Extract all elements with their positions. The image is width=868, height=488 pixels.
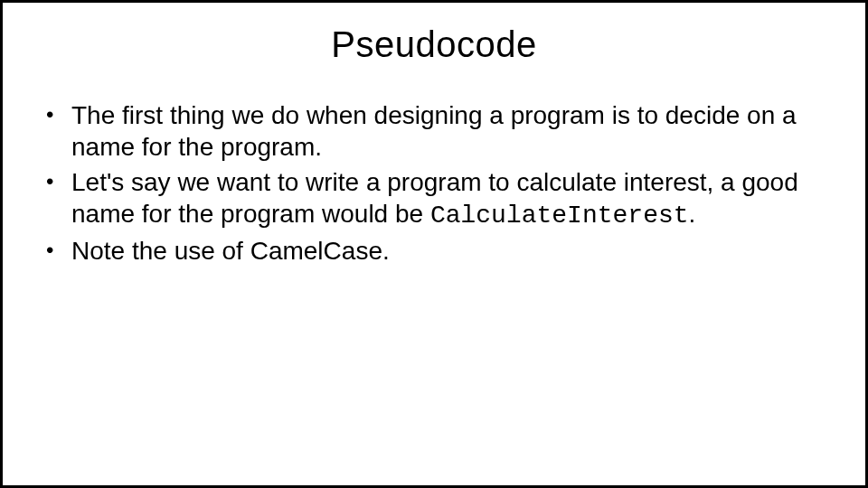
bullet-code: CalculateInterest — [430, 202, 689, 230]
list-item: Note the use of CamelCase. — [35, 235, 833, 267]
bullet-text: Note the use of CamelCase. — [71, 237, 390, 265]
slide-title: Pseudocode — [35, 24, 833, 65]
slide: Pseudocode The first thing we do when de… — [0, 0, 868, 488]
list-item: Let's say we want to write a program to … — [35, 166, 833, 231]
bullet-text: The first thing we do when designing a p… — [71, 101, 797, 161]
slide-body: The first thing we do when designing a p… — [35, 99, 833, 270]
bullet-text-suffix: . — [689, 200, 696, 228]
bullet-list: The first thing we do when designing a p… — [35, 99, 833, 267]
list-item: The first thing we do when designing a p… — [35, 99, 833, 163]
